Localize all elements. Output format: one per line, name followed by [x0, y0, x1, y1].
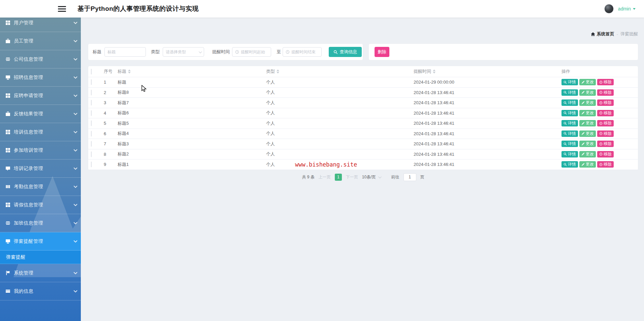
table-row: 2 标题8 个人 2024-01-28 13:46:41 详情 更改 移除 [88, 88, 638, 98]
row-checkbox[interactable] [91, 162, 92, 167]
sidebar-item-leave-info[interactable]: 请假信息管理 [0, 196, 81, 214]
select-all-checkbox[interactable] [91, 69, 92, 75]
sidebar-item-join-training[interactable]: 参加培训管理 [0, 141, 81, 159]
sidebar-item-popup-reminder-mgmt[interactable]: 弹窗提醒管理 [0, 232, 81, 251]
detail-button[interactable]: 详情 [561, 89, 578, 96]
clock-icon [286, 50, 290, 54]
sidebar-item-employee-mgmt[interactable]: 员工管理 [0, 32, 81, 50]
edit-button[interactable]: 更改 [579, 141, 596, 147]
chevron-down-icon [73, 239, 77, 242]
row-checkbox[interactable] [91, 79, 92, 85]
chevron-down-icon [633, 8, 636, 10]
detail-button[interactable]: 详情 [561, 120, 578, 126]
type-filter-select[interactable]: 请选择类型 [163, 47, 204, 57]
sort-caret[interactable] [433, 69, 436, 74]
detail-button[interactable]: 详情 [561, 161, 578, 168]
edit-button[interactable]: 更改 [579, 99, 596, 106]
detail-button[interactable]: 详情 [561, 141, 578, 147]
remove-button[interactable]: 移除 [597, 161, 614, 168]
row-checkbox[interactable] [91, 90, 92, 95]
sidebar-item-system-mgmt[interactable]: 系统管理 [0, 264, 81, 282]
row-checkbox[interactable] [91, 120, 92, 126]
edit-button[interactable]: 更改 [579, 161, 596, 168]
remove-button[interactable]: 移除 [597, 89, 614, 96]
search-icon [564, 132, 567, 135]
avatar[interactable] [604, 4, 614, 13]
goto-page-input[interactable] [404, 173, 416, 181]
main-content: 系统首页 - 弹窗提醒 标题 类型 请选择类型 提醒时间 提醒时间起始 至 提 [81, 18, 644, 321]
remove-circle-icon [599, 101, 603, 105]
edit-button[interactable]: 更改 [579, 79, 596, 85]
pencil-icon [581, 132, 585, 135]
detail-button[interactable]: 详情 [561, 110, 578, 116]
row-checkbox[interactable] [91, 141, 92, 147]
column-header-type: 类型 [266, 68, 414, 75]
remove-button[interactable]: 移除 [597, 99, 614, 106]
columns-icon [5, 184, 10, 189]
sidebar-item-training-record[interactable]: 培训记录管理 [0, 159, 81, 178]
title-filter-input-box[interactable] [104, 47, 146, 57]
time-start-picker[interactable]: 提醒时间起始 [232, 47, 271, 57]
sidebar-subitem-popup-reminder[interactable]: 弹窗提醒 [0, 251, 81, 264]
detail-button[interactable]: 详情 [561, 130, 578, 137]
grid-icon [5, 93, 10, 98]
table-row: 8 标题2 个人 2024-01-28 13:46:41 详情 更改 移除 [88, 149, 638, 160]
table-row: 1 标题 个人 2024-01-29 00:00:00 详情 更改 移除 [88, 77, 638, 88]
title-filter-input[interactable] [107, 50, 143, 54]
sidebar-item-application-mgmt[interactable]: 应聘申请管理 [0, 87, 81, 105]
pagination: 共 9 条 上一页 1 下一页 10条/页 前往 页 [88, 173, 638, 181]
row-checkbox[interactable] [91, 110, 92, 116]
row-checkbox[interactable] [91, 151, 92, 157]
bulk-action-card: 删除 [369, 44, 638, 60]
remove-button[interactable]: 移除 [597, 120, 614, 126]
edit-button[interactable]: 更改 [579, 120, 596, 126]
remove-button[interactable]: 移除 [597, 151, 614, 157]
search-icon [564, 111, 567, 115]
grid-icon [5, 20, 10, 25]
row-checkbox[interactable] [91, 131, 92, 137]
time-filter-label: 提醒时间 [212, 49, 230, 55]
chevron-down-icon [73, 111, 77, 115]
sidebar-item-user-mgmt[interactable]: 用户管理 [0, 18, 81, 32]
remove-button[interactable]: 移除 [597, 130, 614, 137]
watermark-text: www.bishebang.site [295, 159, 357, 170]
sort-caret[interactable] [277, 69, 279, 74]
edit-button[interactable]: 更改 [579, 130, 596, 137]
sidebar-item-recruit-info[interactable]: 招聘信息管理 [0, 68, 81, 87]
sidebar-item-training-info[interactable]: 培训信息管理 [0, 123, 81, 141]
remove-circle-icon [599, 111, 603, 115]
remove-button[interactable]: 移除 [597, 141, 614, 147]
current-page-button[interactable]: 1 [335, 174, 342, 181]
remove-button[interactable]: 移除 [597, 110, 614, 116]
grid-icon [5, 202, 10, 207]
next-page-button[interactable]: 下一页 [346, 174, 358, 180]
sidebar-item-feedback-mgmt[interactable]: 反馈结果管理 [0, 105, 81, 123]
pencil-icon [581, 122, 585, 125]
search-button[interactable]: 查询信息 [329, 47, 362, 57]
time-end-picker[interactable]: 提醒时间结束 [283, 47, 322, 57]
sort-caret[interactable] [128, 69, 131, 74]
sidebar-item-attendance-info[interactable]: 考勤信息管理 [0, 178, 81, 196]
remove-button[interactable]: 移除 [597, 79, 614, 85]
page-size-select[interactable]: 10条/页 [362, 174, 381, 180]
detail-button[interactable]: 详情 [561, 151, 578, 157]
prev-page-button[interactable]: 上一页 [319, 174, 331, 180]
sidebar-item-overtime-info[interactable]: 加班信息管理 [0, 214, 81, 232]
username-label[interactable]: admin [618, 6, 631, 11]
column-header-time: 提醒时间 [414, 68, 561, 75]
edit-button[interactable]: 更改 [579, 110, 596, 116]
detail-button[interactable]: 详情 [561, 79, 578, 85]
chevron-down-icon [73, 289, 77, 292]
hamburger-icon[interactable] [58, 6, 66, 12]
breadcrumb-home[interactable]: 系统首页 [597, 31, 614, 37]
chevron-down-icon [73, 202, 77, 206]
sidebar-item-my-info[interactable]: 我的信息 [0, 282, 81, 300]
delete-button[interactable]: 删除 [375, 47, 389, 57]
user-menu[interactable]: admin [604, 4, 636, 13]
sidebar-item-company-info[interactable]: 公司信息管理 [0, 50, 81, 68]
edit-button[interactable]: 更改 [579, 89, 596, 96]
edit-button[interactable]: 更改 [579, 151, 596, 157]
detail-button[interactable]: 详情 [561, 99, 578, 106]
row-checkbox[interactable] [91, 100, 92, 106]
chevron-down-icon [73, 93, 77, 97]
